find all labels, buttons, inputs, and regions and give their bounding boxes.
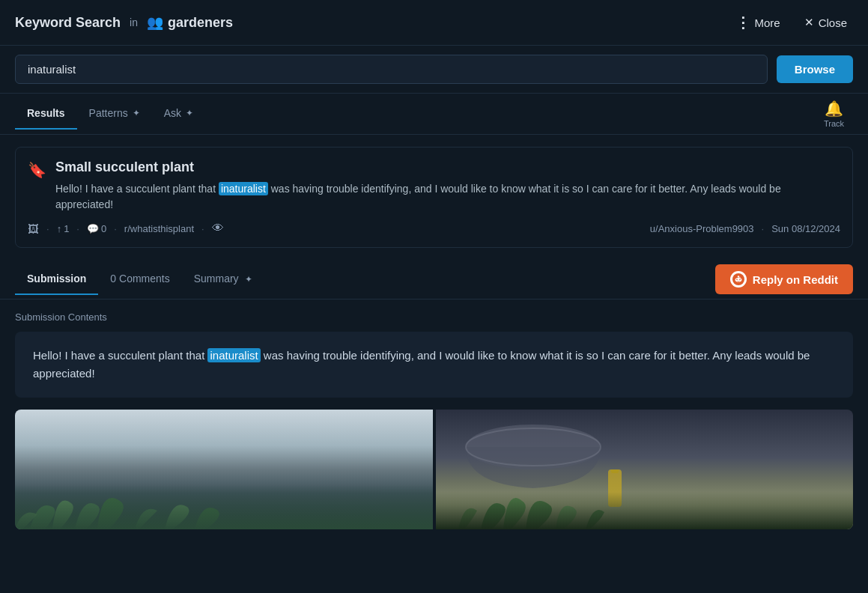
- sub-tab-submission[interactable]: Submission: [15, 264, 98, 295]
- in-label: in: [130, 16, 138, 28]
- reddit-icon: [730, 271, 747, 288]
- content-area: Submission Contents Hello! I have a succ…: [0, 299, 868, 541]
- close-button[interactable]: ✕ Close: [798, 13, 853, 32]
- meta-dot-3: ·: [114, 223, 117, 234]
- browse-button[interactable]: Browse: [777, 55, 853, 83]
- tabs-row: Results Patterns ✦ Ask ✦ 🔔 Track: [0, 94, 868, 135]
- bell-icon: 🔔: [825, 100, 843, 118]
- search-input[interactable]: [15, 55, 768, 84]
- result-card-body: Small succulent plant Hello! I have a su…: [55, 159, 840, 213]
- upvote-count: ↑ 1: [57, 223, 70, 234]
- leaf-svg-left: [15, 469, 225, 529]
- comment-icon: 💬: [87, 223, 99, 234]
- meta-dot-4: ·: [201, 223, 204, 234]
- page-title: Keyword Search: [15, 15, 121, 31]
- post-date: Sun 08/12/2024: [771, 223, 840, 234]
- ask-tab-label: Ask: [164, 107, 181, 119]
- subreddit-link[interactable]: r/whatisthisplant: [124, 223, 194, 234]
- summary-spark-icon: ✦: [245, 274, 252, 285]
- summary-tab-label: Summary: [194, 273, 239, 285]
- ask-spark-icon: ✦: [186, 108, 193, 118]
- track-button[interactable]: 🔔 Track: [815, 94, 853, 134]
- sub-tabs-row: Submission 0 Comments Summary ✦ Reply on…: [0, 260, 868, 299]
- eye-icon: 👁: [212, 222, 224, 235]
- comment-number: 0: [101, 223, 106, 234]
- comment-count: 💬 0: [87, 223, 106, 234]
- header-title: Keyword Search in 👥 gardeners: [15, 14, 729, 31]
- patterns-spark-icon: ✦: [133, 108, 140, 118]
- meta-dot-2: ·: [76, 223, 79, 234]
- reply-reddit-button[interactable]: Reply on Reddit: [715, 264, 853, 294]
- tab-patterns[interactable]: Patterns ✦: [77, 98, 152, 130]
- upvote-number: 1: [64, 223, 69, 234]
- result-card-header: 🔖 Small succulent plant Hello! I have a …: [28, 159, 840, 213]
- upvote-arrow-icon: ↑: [57, 223, 62, 234]
- result-snippet: Hello! I have a succulent plant that ina…: [55, 181, 840, 213]
- image-grid: [15, 410, 853, 529]
- track-label: Track: [824, 119, 844, 128]
- leaf-svg-right: [436, 469, 646, 529]
- tab-results[interactable]: Results: [15, 98, 77, 130]
- patterns-tab-label: Patterns: [89, 107, 128, 119]
- image-icon: 🖼: [28, 222, 39, 235]
- svg-point-3: [739, 279, 741, 281]
- svg-point-4: [740, 276, 741, 278]
- meta-dot-1: ·: [46, 223, 49, 234]
- browse-label: Browse: [795, 63, 835, 76]
- result-card: 🔖 Small succulent plant Hello! I have a …: [15, 147, 853, 248]
- header: Keyword Search in 👥 gardeners ⋮ More ✕ C…: [0, 0, 868, 46]
- more-dots-icon: ⋮: [735, 13, 750, 31]
- bookmark-icon[interactable]: 🔖: [28, 161, 46, 179]
- result-meta: 🖼 · ↑ 1 · 💬 0 · r/whatisthisplant · 👁 u/…: [28, 222, 840, 235]
- submission-text-highlight: inaturalist: [207, 348, 260, 362]
- group-name-text: gardeners: [168, 15, 233, 31]
- search-bar: Browse: [0, 46, 868, 94]
- snippet-pre: Hello! I have a succulent plant that: [55, 183, 219, 195]
- group-name: 👥 gardeners: [147, 14, 233, 31]
- image-right: [436, 410, 854, 529]
- meta-dot-5: ·: [762, 223, 765, 234]
- comments-tab-label: 0 Comments: [110, 273, 169, 285]
- section-label: Submission Contents: [15, 311, 853, 323]
- close-icon: ✕: [804, 16, 814, 29]
- reply-reddit-label: Reply on Reddit: [753, 273, 838, 286]
- header-actions: ⋮ More ✕ Close: [729, 10, 853, 34]
- results-tab-label: Results: [27, 107, 65, 119]
- close-label: Close: [819, 16, 847, 29]
- result-title: Small succulent plant: [55, 159, 840, 175]
- group-icon: 👥: [147, 14, 163, 31]
- image-left: [15, 410, 433, 529]
- more-label: More: [754, 16, 780, 29]
- svg-point-2: [736, 279, 738, 281]
- more-button[interactable]: ⋮ More: [729, 10, 786, 34]
- sub-tab-summary[interactable]: Summary ✦: [182, 264, 264, 295]
- svg-rect-9: [611, 469, 619, 473]
- svg-point-5: [738, 276, 739, 277]
- submission-text-pre: Hello! I have a succulent plant that: [33, 349, 207, 362]
- tab-ask[interactable]: Ask ✦: [152, 98, 205, 130]
- submission-text-box: Hello! I have a succulent plant that ina…: [15, 332, 853, 398]
- snippet-highlight: inaturalist: [219, 182, 268, 195]
- author: u/Anxious-Problem9903: [650, 223, 754, 234]
- sub-tab-comments[interactable]: 0 Comments: [98, 264, 181, 295]
- svg-rect-8: [608, 469, 622, 507]
- submission-tab-label: Submission: [27, 273, 86, 285]
